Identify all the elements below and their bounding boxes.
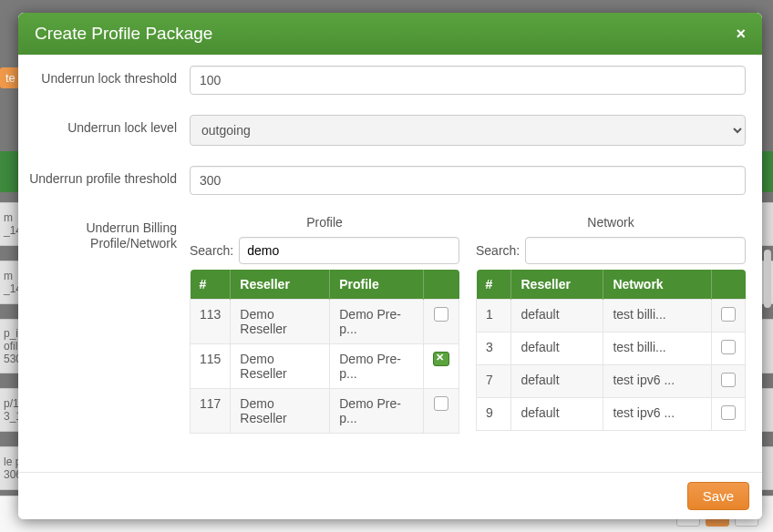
input-underrun-lock-threshold[interactable] bbox=[190, 66, 746, 95]
cell-id: 1 bbox=[477, 300, 511, 332]
select-checkbox[interactable] bbox=[434, 307, 448, 322]
cell-network: test ipv6 ... bbox=[603, 398, 712, 431]
select-checkbox[interactable] bbox=[721, 373, 736, 387]
row-underrun-lock-level: Underrun lock level outgoing bbox=[26, 115, 746, 146]
label-underrun-lock-level: Underrun lock level bbox=[26, 115, 190, 136]
col-reseller[interactable]: Reseller bbox=[231, 270, 330, 300]
table-row[interactable]: 115 Demo Reseller Demo Pre-p... bbox=[191, 344, 459, 389]
cell-id: 115 bbox=[191, 344, 231, 389]
select-checkbox[interactable] bbox=[721, 307, 736, 322]
modal-title: Create Profile Package bbox=[35, 24, 212, 44]
cell-network: test billi... bbox=[603, 332, 712, 365]
select-checkbox[interactable] bbox=[433, 352, 449, 366]
table-row[interactable]: 3 default test billi... bbox=[477, 332, 746, 365]
cell-profile: Demo Pre-p... bbox=[330, 300, 424, 344]
col-select bbox=[424, 270, 459, 300]
cell-id: 7 bbox=[477, 365, 511, 398]
profile-title: Profile bbox=[190, 215, 459, 230]
create-profile-package-modal: Create Profile Package × Underrun lock t… bbox=[18, 13, 762, 519]
cell-reseller: default bbox=[511, 365, 603, 398]
cell-reseller: Demo Reseller bbox=[231, 389, 330, 434]
profile-search-label: Search: bbox=[190, 243, 233, 258]
cell-id: 9 bbox=[477, 398, 511, 431]
cell-reseller: Demo Reseller bbox=[231, 344, 330, 389]
col-profile[interactable]: Profile bbox=[330, 270, 424, 300]
select-underrun-lock-level[interactable]: outgoing bbox=[190, 115, 746, 146]
row-underrun-profile-threshold: Underrun profile threshold bbox=[26, 166, 746, 195]
label-underrun-lock-threshold: Underrun lock threshold bbox=[26, 66, 190, 87]
modal-header: Create Profile Package × bbox=[18, 13, 762, 55]
table-row[interactable]: 9 default test ipv6 ... bbox=[477, 398, 746, 431]
row-underrun-billing: Underrun Billing Profile/Network Profile… bbox=[26, 215, 746, 434]
cell-reseller: default bbox=[511, 300, 603, 332]
cell-id: 113 bbox=[191, 300, 231, 344]
network-table: # Reseller Network 1 default test billi.… bbox=[476, 270, 746, 431]
input-underrun-profile-threshold[interactable] bbox=[190, 166, 746, 195]
col-id[interactable]: # bbox=[191, 270, 231, 300]
table-row[interactable]: 1 default test billi... bbox=[477, 300, 746, 332]
select-checkbox[interactable] bbox=[721, 405, 736, 420]
modal-footer: Save bbox=[18, 472, 762, 519]
col-id[interactable]: # bbox=[477, 270, 511, 300]
cell-id: 3 bbox=[477, 332, 511, 365]
select-checkbox[interactable] bbox=[721, 340, 736, 354]
network-title: Network bbox=[476, 215, 746, 230]
profile-search-input[interactable] bbox=[239, 237, 459, 264]
modal-body: Underrun lock threshold Underrun lock le… bbox=[18, 55, 762, 472]
network-panel: Network Search: # Reseller Network 1 def… bbox=[476, 215, 746, 434]
table-row[interactable]: 113 Demo Reseller Demo Pre-p... bbox=[191, 300, 459, 344]
col-network[interactable]: Network bbox=[603, 270, 712, 300]
network-search-label: Search: bbox=[476, 243, 520, 258]
close-icon[interactable]: × bbox=[736, 25, 746, 44]
label-underrun-profile-threshold: Underrun profile threshold bbox=[26, 166, 190, 187]
col-reseller[interactable]: Reseller bbox=[511, 270, 603, 300]
table-row[interactable]: 117 Demo Reseller Demo Pre-p... bbox=[191, 389, 459, 434]
cell-id: 117 bbox=[191, 389, 231, 434]
scrollbar-thumb[interactable] bbox=[764, 250, 771, 308]
col-select bbox=[712, 270, 746, 300]
cell-reseller: default bbox=[511, 398, 603, 431]
cell-network: test ipv6 ... bbox=[603, 365, 712, 398]
save-button[interactable]: Save bbox=[687, 482, 749, 510]
cell-network: test billi... bbox=[603, 300, 712, 332]
select-checkbox[interactable] bbox=[434, 396, 448, 411]
profile-panel: Profile Search: # Reseller Profile 113 D… bbox=[190, 215, 459, 434]
label-underrun-billing: Underrun Billing Profile/Network bbox=[26, 215, 190, 251]
network-search-input[interactable] bbox=[525, 237, 746, 264]
profile-table: # Reseller Profile 113 Demo Reseller Dem… bbox=[190, 270, 459, 434]
cell-profile: Demo Pre-p... bbox=[330, 389, 424, 434]
cell-profile: Demo Pre-p... bbox=[330, 344, 424, 389]
cell-reseller: default bbox=[511, 332, 603, 365]
table-row[interactable]: 7 default test ipv6 ... bbox=[477, 365, 746, 398]
cell-reseller: Demo Reseller bbox=[231, 300, 330, 344]
row-underrun-lock-threshold: Underrun lock threshold bbox=[26, 66, 746, 95]
